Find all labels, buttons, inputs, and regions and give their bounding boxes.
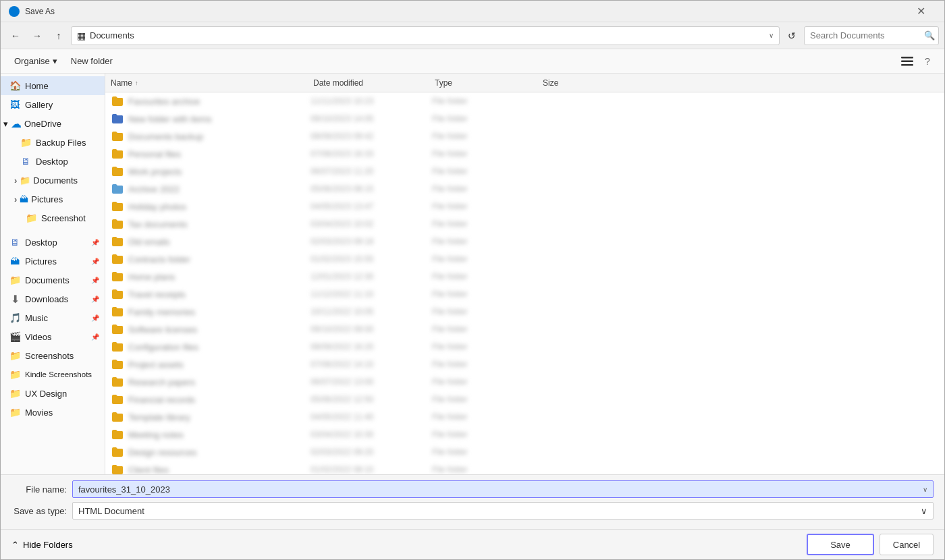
table-row[interactable]: Financial records05/06/2022 12:50File fo…	[105, 391, 944, 408]
desktop-pin-icon: 🖥	[9, 236, 21, 248]
folder-icon	[111, 305, 124, 318]
backup-files-icon: 📁	[20, 136, 32, 148]
sidebar-item-videos-pin[interactable]: 🎬 Videos 📌	[1, 327, 105, 346]
up-button[interactable]: ↑	[49, 26, 68, 45]
sidebar-videos-pin-label: Videos	[25, 332, 52, 342]
sidebar-item-pictures-od[interactable]: › 🏔 Pictures	[1, 190, 105, 208]
sidebar-item-uxdesign[interactable]: 📁 UX Design	[1, 384, 105, 403]
toolbar: Organise ▾ New folder ?	[1, 49, 944, 74]
table-row[interactable]: Holiday photos04/05/2023 13:47File folde…	[105, 198, 944, 215]
table-row[interactable]: Documents backup08/09/2023 09:42File fol…	[105, 128, 944, 145]
folder-icon	[111, 217, 124, 231]
file-date: 05/06/2022 12:50	[310, 395, 432, 404]
table-row[interactable]: Meeting notes03/04/2022 10:30File folder	[105, 426, 944, 443]
table-row[interactable]: Contracts folder01/02/2023 15:55File fol…	[105, 250, 944, 268]
organise-button[interactable]: Organise ▾	[9, 53, 63, 70]
hide-folders-bar[interactable]: ⌃ Hide Folders	[11, 540, 73, 550]
sidebar-item-documents-pin[interactable]: 📁 Documents 📌	[1, 271, 105, 289]
folder-icon	[111, 463, 124, 474]
sidebar-item-pictures-pin[interactable]: 🏔 Pictures 📌	[1, 252, 105, 271]
address-bar[interactable]: ▦ Documents ∨	[71, 26, 780, 45]
desktop-od-icon: 🖥	[20, 155, 32, 167]
uxdesign-icon: 📁	[9, 387, 21, 399]
file-name: Project assets	[128, 360, 310, 370]
table-row[interactable]: Personal files07/08/2023 16:33File folde…	[105, 145, 944, 163]
file-name-input[interactable]	[78, 484, 923, 495]
folder-icon	[111, 340, 124, 354]
sidebar-kindle-label: Kindle Screenshots	[25, 370, 92, 379]
col-header-name: Name ↑	[111, 78, 313, 88]
search-input[interactable]	[804, 26, 939, 45]
sidebar-item-movies[interactable]: 📁 Movies	[1, 403, 105, 422]
sidebar-documents-od-label: Documents	[33, 175, 78, 186]
cancel-button[interactable]: Cancel	[880, 534, 934, 555]
sidebar-item-screenshot-od[interactable]: 📁 Screenshot	[1, 208, 105, 227]
screenshots-icon: 📁	[9, 349, 21, 362]
refresh-button[interactable]: ↺	[782, 26, 801, 45]
table-row[interactable]: Client files01/02/2022 08:10File folder	[105, 461, 944, 474]
sort-arrow-icon: ↑	[135, 80, 138, 86]
table-row[interactable]: New folder with items09/10/2023 14:05Fil…	[105, 110, 944, 128]
sidebar-item-home[interactable]: 🏠 Home	[1, 76, 105, 95]
help-button[interactable]: ?	[919, 53, 936, 70]
table-row[interactable]: Old emails02/03/2023 09:18File folder	[105, 233, 944, 250]
folder-icon	[111, 358, 124, 371]
address-path: Documents	[90, 30, 134, 40]
file-date: 12/01/2023 12:30	[310, 272, 432, 281]
file-type: File folder	[432, 447, 540, 457]
file-type: File folder	[432, 412, 540, 422]
screenshot-od-icon: 📁	[25, 212, 37, 224]
view-options-button[interactable]	[898, 53, 916, 70]
sidebar-item-gallery[interactable]: 🖼 Gallery	[1, 95, 105, 114]
file-name-input-wrapper[interactable]: ∨	[72, 480, 934, 498]
save-type-select[interactable]: HTML Document ∨	[72, 502, 934, 520]
file-date: 07/08/2022 14:10	[310, 360, 432, 369]
folder-icon	[111, 287, 124, 301]
table-row[interactable]: Design resources02/03/2022 09:20File fol…	[105, 443, 944, 461]
table-row[interactable]: Configuration files08/09/2022 16:20File …	[105, 338, 944, 356]
new-folder-button[interactable]: New folder	[65, 53, 118, 70]
table-row[interactable]: Favourites archive11/11/2023 10:23File f…	[105, 92, 944, 110]
sidebar-item-onedrive[interactable]: ▾ ☁ OneDrive	[1, 114, 105, 133]
file-type: File folder	[432, 325, 540, 334]
table-row[interactable]: Home plans12/01/2023 12:30File folder	[105, 268, 944, 285]
save-button[interactable]: Save	[807, 534, 874, 555]
pictures-od-chevron-icon: ›	[14, 194, 17, 204]
folder-icon	[111, 112, 124, 125]
sidebar-documents-pin-label: Documents	[25, 275, 70, 285]
table-row[interactable]: Research papers06/07/2022 13:00File fold…	[105, 373, 944, 391]
sidebar-item-desktop-pin[interactable]: 🖥 Desktop 📌	[1, 233, 105, 252]
sidebar-item-downloads-pin[interactable]: ⬇ Downloads 📌	[1, 289, 105, 308]
downloads-pin-icon: ⬇	[9, 293, 21, 305]
search-icon[interactable]: 🔍	[924, 30, 935, 40]
nav-bar: ← → ↑ ▦ Documents ∨ ↺ 🔍	[1, 22, 944, 49]
sidebar-item-music-pin[interactable]: 🎵 Music 📌	[1, 308, 105, 327]
table-row[interactable]: Family memories10/11/2022 10:05File fold…	[105, 303, 944, 320]
sidebar-separator-1	[1, 227, 105, 233]
sidebar-item-desktop-od[interactable]: 🖥 Desktop	[1, 152, 105, 171]
close-button[interactable]: ✕	[905, 1, 936, 22]
sidebar-item-screenshots[interactable]: 📁 Screenshots	[1, 346, 105, 365]
forward-button[interactable]: →	[28, 26, 47, 45]
sidebar-onedrive-label: OneDrive	[24, 119, 61, 129]
table-row[interactable]: Template library04/05/2022 11:40File fol…	[105, 408, 944, 426]
file-name: Documents backup	[128, 132, 310, 142]
movies-icon: 📁	[9, 406, 21, 418]
table-row[interactable]: Tax documents03/04/2023 10:02File folder	[105, 215, 944, 233]
folder-icon	[111, 428, 124, 441]
table-row[interactable]: Travel receipts11/12/2022 11:10File fold…	[105, 285, 944, 303]
file-date: 05/06/2023 08:15	[310, 184, 432, 194]
table-row[interactable]: Project assets07/08/2022 14:10File folde…	[105, 356, 944, 373]
back-button[interactable]: ←	[6, 26, 25, 45]
table-row[interactable]: Work projects06/07/2023 11:20File folder	[105, 163, 944, 180]
file-date: 02/03/2022 09:20	[310, 447, 432, 457]
bottom-form-area: File name: ∨ Save as type: HTML Document…	[1, 474, 944, 529]
sidebar-item-documents-od[interactable]: › 📁 Documents	[1, 171, 105, 190]
sidebar-item-kindle[interactable]: 📁 Kindle Screenshots	[1, 365, 105, 384]
file-date: 01/02/2022 08:10	[310, 465, 432, 474]
table-row[interactable]: Software licenses09/10/2022 09:00File fo…	[105, 320, 944, 338]
file-type: File folder	[432, 219, 540, 229]
table-row[interactable]: Archive 202205/06/2023 08:15File folder	[105, 180, 944, 198]
sidebar-item-backup-files[interactable]: 📁 Backup Files	[1, 133, 105, 152]
file-name: Archive 2022	[128, 184, 310, 194]
